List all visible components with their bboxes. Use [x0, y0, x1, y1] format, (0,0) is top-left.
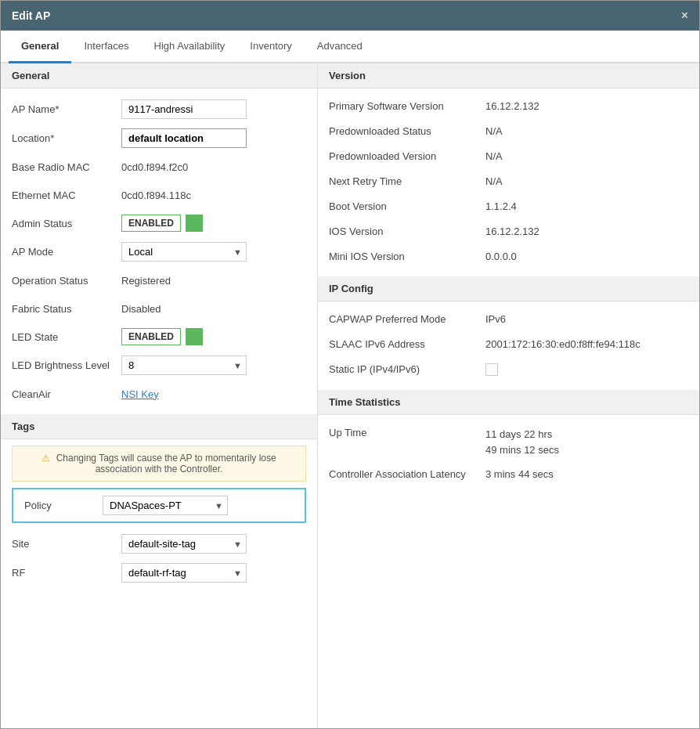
site-row: Site default-site-tag ▼ [1, 529, 317, 558]
up-time-row: Up Time 11 days 22 hrs49 mins 12 secs [318, 421, 699, 463]
policy-select[interactable]: DNASpaces-PT [103, 496, 228, 515]
predownloaded-status-value: N/A [485, 125, 688, 137]
next-retry-label: Next Retry Time [329, 175, 485, 187]
dialog-header: Edit AP × [1, 1, 699, 31]
time-stats-section-header: Time Statistics [318, 390, 699, 415]
operation-status-value: Registered [121, 275, 306, 287]
tags-section-header: Tags [1, 414, 317, 439]
admin-status-label: Admin Status [12, 218, 121, 229]
ios-version-label: IOS Version [329, 226, 485, 237]
version-section: Version Primary Software Version 16.12.2… [318, 63, 699, 270]
tab-inventory[interactable]: Inventory [237, 31, 304, 63]
up-time-label: Up Time [329, 427, 485, 438]
admin-status-row: Admin Status ENABLED [1, 209, 317, 237]
led-state-toggle[interactable] [186, 328, 203, 345]
tab-bar: General Interfaces High Availability Inv… [1, 31, 699, 63]
boot-version-label: Boot Version [329, 200, 485, 212]
ap-mode-select-wrap: Local ▼ [121, 242, 247, 262]
led-brightness-select[interactable]: 8 [121, 355, 247, 375]
warning-text: Changing Tags will cause the AP to momen… [56, 453, 276, 475]
capwap-label: CAPWAP Preferred Mode [329, 313, 485, 325]
base-radio-mac-value: 0cd0.f894.f2c0 [121, 161, 306, 173]
tab-interfaces[interactable]: Interfaces [71, 31, 141, 63]
static-ip-row: Static IP (IPv4/IPv6) [318, 358, 699, 384]
led-state-badge: ENABLED [121, 328, 181, 345]
ap-name-row: AP Name* [1, 95, 317, 124]
cleanair-label: CleanAir [12, 388, 121, 400]
tab-general[interactable]: General [9, 31, 71, 63]
nsi-key-link[interactable]: NSI Key [121, 388, 159, 400]
led-brightness-label: LED Brightness Level [12, 359, 121, 371]
mini-ios-label: Mini IOS Version [329, 251, 485, 262]
ethernet-mac-value: 0cd0.f894.118c [121, 189, 306, 201]
general-section-header: General [1, 63, 317, 88]
tags-warning-box: ⚠ Changing Tags will cause the AP to mom… [12, 446, 306, 482]
primary-sw-label: Primary Software Version [329, 100, 485, 112]
capwap-row: CAPWAP Preferred Mode IPv6 [318, 308, 699, 333]
tab-high-availability[interactable]: High Availability [142, 31, 238, 63]
boot-version-value: 1.1.2.4 [485, 200, 688, 212]
admin-status-toggle[interactable] [186, 215, 203, 232]
dialog-title: Edit AP [12, 9, 50, 22]
policy-row: Policy DNASpaces-PT ▼ [12, 488, 306, 523]
static-ip-checkbox[interactable] [485, 363, 498, 376]
ethernet-mac-label: Ethernet MAC [12, 189, 121, 201]
ap-name-label: AP Name* [12, 103, 121, 115]
primary-sw-value: 16.12.2.132 [485, 100, 688, 112]
cleanair-row: CleanAir NSI Key [1, 380, 317, 408]
slaac-label: SLAAC IPv6 Address [329, 338, 485, 350]
ap-name-input[interactable] [121, 99, 247, 119]
location-label: Location* [12, 132, 121, 144]
base-radio-mac-row: Base Radio MAC 0cd0.f894.f2c0 [1, 153, 317, 181]
primary-sw-row: Primary Software Version 16.12.2.132 [318, 95, 699, 120]
right-panel: Version Primary Software Version 16.12.2… [318, 63, 699, 728]
ios-version-value: 16.12.2.132 [485, 226, 688, 237]
ethernet-mac-row: Ethernet MAC 0cd0.f894.118c [1, 181, 317, 209]
fabric-status-label: Fabric Status [12, 303, 121, 315]
close-button[interactable]: × [681, 9, 688, 23]
edit-ap-dialog: Edit AP × General Interfaces High Availa… [0, 0, 700, 729]
controller-latency-label: Controller Association Latency [329, 468, 485, 480]
location-input[interactable] [121, 128, 247, 148]
site-select-wrap: default-site-tag ▼ [121, 534, 247, 554]
rf-row: RF default-rf-tag ▼ [1, 558, 317, 587]
ap-mode-row: AP Mode Local ▼ [1, 237, 317, 266]
led-state-label: LED State [12, 331, 121, 343]
led-state-row: LED State ENABLED [1, 323, 317, 351]
fabric-status-value: Disabled [121, 303, 306, 315]
predownloaded-version-label: Predownloaded Version [329, 150, 485, 162]
warning-icon: ⚠ [41, 453, 50, 464]
mini-ios-row: Mini IOS Version 0.0.0.0 [318, 245, 699, 270]
tab-advanced[interactable]: Advanced [305, 31, 375, 63]
predownloaded-version-value: N/A [485, 150, 688, 162]
operation-status-label: Operation Status [12, 275, 121, 287]
left-panel: General AP Name* Location* Base Radio MA… [1, 63, 318, 728]
led-brightness-select-wrap: 8 ▼ [121, 355, 247, 375]
rf-select[interactable]: default-rf-tag [121, 563, 247, 583]
site-label: Site [12, 538, 121, 550]
location-row: Location* [1, 124, 317, 153]
rf-label: RF [12, 567, 121, 579]
tags-section: Tags ⚠ Changing Tags will cause the AP t… [1, 414, 317, 587]
ip-config-section-header: IP Config [318, 276, 699, 301]
rf-select-wrap: default-rf-tag ▼ [121, 563, 247, 583]
controller-latency-value: 3 mins 44 secs [485, 468, 688, 480]
fabric-status-row: Fabric Status Disabled [1, 294, 317, 323]
policy-select-wrap: DNASpaces-PT ▼ [103, 496, 228, 515]
ap-mode-label: AP Mode [12, 246, 121, 258]
site-select[interactable]: default-site-tag [121, 534, 247, 554]
ap-mode-select[interactable]: Local [121, 242, 247, 262]
capwap-value: IPv6 [485, 313, 688, 325]
next-retry-row: Next Retry Time N/A [318, 170, 699, 195]
predownloaded-status-row: Predownloaded Status N/A [318, 120, 699, 145]
led-brightness-row: LED Brightness Level 8 ▼ [1, 351, 317, 380]
main-content: General AP Name* Location* Base Radio MA… [1, 63, 699, 728]
boot-version-row: Boot Version 1.1.2.4 [318, 195, 699, 220]
slaac-value: 2001:172:16:30:ed0:f8ff:fe94:118c [485, 338, 688, 350]
mini-ios-value: 0.0.0.0 [485, 251, 688, 262]
base-radio-mac-label: Base Radio MAC [12, 161, 121, 173]
next-retry-value: N/A [485, 175, 688, 187]
static-ip-label: Static IP (IPv4/IPv6) [329, 363, 485, 375]
operation-status-row: Operation Status Registered [1, 266, 317, 294]
controller-latency-row: Controller Association Latency 3 mins 44… [318, 463, 699, 488]
